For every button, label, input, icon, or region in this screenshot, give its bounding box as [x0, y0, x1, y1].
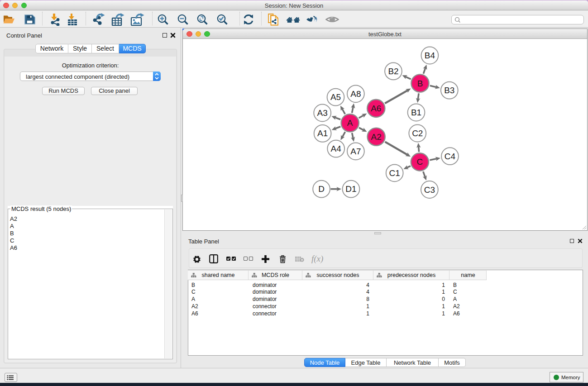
svg-text:B: B — [417, 79, 423, 88]
svg-text:A2: A2 — [371, 132, 382, 142]
svg-text:A5: A5 — [330, 92, 341, 102]
svg-text:A4: A4 — [331, 144, 342, 153]
svg-text:A8: A8 — [350, 89, 361, 99]
svg-text:A1: A1 — [317, 129, 328, 138]
svg-text:B2: B2 — [388, 67, 398, 76]
svg-text:A: A — [347, 118, 353, 128]
svg-text:C2: C2 — [412, 129, 423, 138]
svg-text:A6: A6 — [371, 104, 381, 113]
svg-text:B1: B1 — [411, 108, 421, 117]
svg-text:C4: C4 — [445, 152, 456, 161]
svg-text:C: C — [417, 157, 423, 167]
svg-text:C1: C1 — [389, 168, 400, 178]
svg-text:C3: C3 — [424, 185, 435, 195]
svg-text:A7: A7 — [350, 147, 361, 156]
svg-text:D: D — [318, 184, 325, 194]
svg-text:B4: B4 — [425, 51, 435, 60]
svg-text:B3: B3 — [444, 86, 454, 95]
svg-text:D1: D1 — [345, 184, 356, 194]
svg-text:A3: A3 — [317, 108, 328, 118]
